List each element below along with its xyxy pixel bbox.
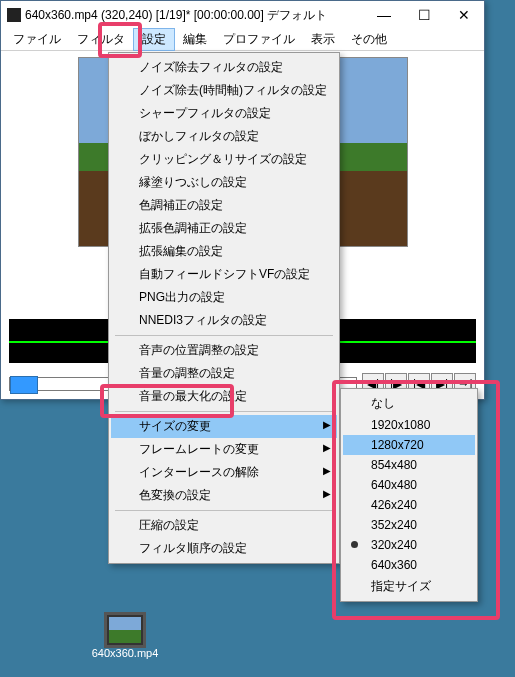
file-name: 640x360.mp4	[90, 647, 160, 659]
dropdown-item[interactable]: インターレースの解除▶	[111, 461, 337, 484]
size-option-label: 352x240	[371, 518, 417, 532]
menu-ファイル[interactable]: ファイル	[5, 29, 69, 50]
size-option-label: 640x360	[371, 558, 417, 572]
menu-separator	[115, 411, 333, 412]
menu-設定[interactable]: 設定	[133, 28, 175, 51]
dropdown-item[interactable]: クリッピング＆リサイズの設定	[111, 148, 337, 171]
dropdown-item[interactable]: フレームレートの変更▶	[111, 438, 337, 461]
dropdown-item[interactable]: ノイズ除去(時間軸)フィルタの設定	[111, 79, 337, 102]
maximize-button[interactable]: ☐	[404, 1, 444, 29]
dropdown-item[interactable]: PNG出力の設定	[111, 286, 337, 309]
titlebar: 640x360.mp4 (320,240) [1/19]* [00:00:00.…	[1, 1, 484, 29]
menu-表示[interactable]: 表示	[303, 29, 343, 50]
submenu-arrow-icon: ▶	[323, 419, 331, 430]
selected-radio-icon	[351, 541, 358, 548]
size-option-label: 320x240	[371, 538, 417, 552]
desktop-file[interactable]: 640x360.mp4	[90, 615, 160, 659]
size-option-label: 指定サイズ	[371, 579, 431, 593]
size-option[interactable]: 1280x720	[343, 435, 475, 455]
dropdown-item[interactable]: 圧縮の設定	[111, 514, 337, 537]
dropdown-item[interactable]: 自動フィールドシフトVFの設定	[111, 263, 337, 286]
seek-thumb[interactable]	[10, 376, 38, 394]
menubar: ファイルフィルタ設定編集プロファイル表示その他	[1, 29, 484, 51]
dropdown-item[interactable]: サイズの変更▶	[111, 415, 337, 438]
size-option[interactable]: 指定サイズ	[343, 575, 475, 598]
minimize-button[interactable]: —	[364, 1, 404, 29]
size-option-label: 854x480	[371, 458, 417, 472]
size-option[interactable]: 320x240	[343, 535, 475, 555]
dropdown-item[interactable]: 音声の位置調整の設定	[111, 339, 337, 362]
menu-フィルタ[interactable]: フィルタ	[69, 29, 133, 50]
dropdown-item[interactable]: 拡張色調補正の設定	[111, 217, 337, 240]
size-option[interactable]: 640x360	[343, 555, 475, 575]
dropdown-item[interactable]: 音量の調整の設定	[111, 362, 337, 385]
submenu-arrow-icon: ▶	[323, 465, 331, 476]
close-button[interactable]: ✕	[444, 1, 484, 29]
size-option-label: 640x480	[371, 478, 417, 492]
menu-プロファイル[interactable]: プロファイル	[215, 29, 303, 50]
dropdown-item[interactable]: 音量の最大化の設定	[111, 385, 337, 408]
dropdown-item[interactable]: 拡張編集の設定	[111, 240, 337, 263]
size-option-label: なし	[371, 396, 395, 410]
size-option[interactable]: なし	[343, 392, 475, 415]
app-icon	[7, 8, 21, 22]
dropdown-item[interactable]: NNEDI3フィルタの設定	[111, 309, 337, 332]
size-option[interactable]: 640x480	[343, 475, 475, 495]
window-title: 640x360.mp4 (320,240) [1/19]* [00:00:00.…	[25, 7, 364, 24]
file-thumbnail-icon	[107, 615, 143, 645]
dropdown-item[interactable]: フィルタ順序の設定	[111, 537, 337, 560]
size-option-label: 1280x720	[371, 438, 424, 452]
submenu-arrow-icon: ▶	[323, 442, 331, 453]
size-option-label: 1920x1080	[371, 418, 430, 432]
size-option[interactable]: 854x480	[343, 455, 475, 475]
dropdown-item[interactable]: シャープフィルタの設定	[111, 102, 337, 125]
size-submenu: なし1920x10801280x720854x480640x480426x240…	[340, 388, 478, 602]
dropdown-item[interactable]: 色調補正の設定	[111, 194, 337, 217]
size-option-label: 426x240	[371, 498, 417, 512]
menu-separator	[115, 510, 333, 511]
menu-その他[interactable]: その他	[343, 29, 395, 50]
submenu-arrow-icon: ▶	[323, 488, 331, 499]
menu-separator	[115, 335, 333, 336]
settings-dropdown: ノイズ除去フィルタの設定ノイズ除去(時間軸)フィルタの設定シャープフィルタの設定…	[108, 52, 340, 564]
dropdown-item[interactable]: 縁塗りつぶしの設定	[111, 171, 337, 194]
size-option[interactable]: 1920x1080	[343, 415, 475, 435]
dropdown-item[interactable]: ぼかしフィルタの設定	[111, 125, 337, 148]
menu-編集[interactable]: 編集	[175, 29, 215, 50]
size-option[interactable]: 426x240	[343, 495, 475, 515]
dropdown-item[interactable]: 色変換の設定▶	[111, 484, 337, 507]
size-option[interactable]: 352x240	[343, 515, 475, 535]
dropdown-item[interactable]: ノイズ除去フィルタの設定	[111, 56, 337, 79]
